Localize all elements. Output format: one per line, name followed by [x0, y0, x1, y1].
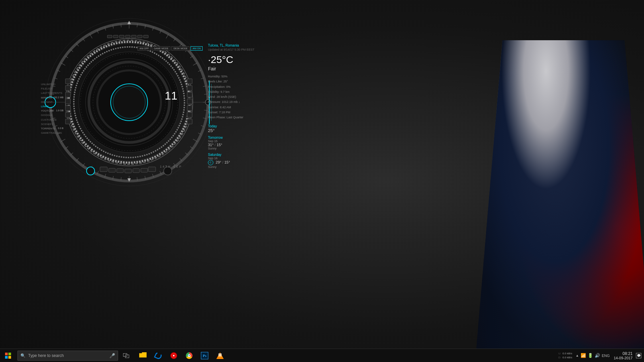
- day-after-forecast: Saturday Sep 16 C 29° / 15° Sunny: [208, 153, 275, 169]
- hud-widget: ANI OFF GAME MODE DESK MODE ANI ON 11 14…: [40, 7, 218, 198]
- weather-details: Humidity: 50% Feels Like: 25° Precipitat…: [208, 74, 275, 120]
- tray-date: 14-09-2017: [614, 356, 633, 360]
- svg-rect-100: [187, 99, 192, 104]
- network-icon[interactable]: 📶: [581, 353, 586, 358]
- weather-updated: Updated at 9/14/17 5:30 PM EEST: [208, 48, 275, 51]
- tomorrow-forecast: Tomorrow Sep 15 31° / 15° Sunny: [208, 136, 275, 150]
- chrome-taskbar-button[interactable]: [182, 349, 197, 362]
- file-explorer-icon: [139, 352, 147, 359]
- hud-date: 14TH SEP: [160, 165, 182, 168]
- svg-rect-108: [119, 35, 124, 38]
- svg-rect-103: [187, 119, 192, 124]
- language-indicator[interactable]: ENG: [602, 354, 610, 358]
- edge-taskbar-button[interactable]: [151, 349, 166, 362]
- superman-wallpaper: [476, 40, 644, 349]
- tray-clock[interactable]: 08:21 14-09-2017: [614, 351, 633, 360]
- svg-rect-90: [65, 79, 70, 84]
- desk-mode-button[interactable]: DESK MODE: [171, 46, 190, 51]
- svg-rect-107: [113, 35, 118, 38]
- ani-off-button[interactable]: ANI OFF: [138, 46, 151, 51]
- svg-rect-68: [148, 167, 156, 172]
- vlc-taskbar-button[interactable]: [213, 349, 227, 362]
- weather-condition: Fair: [208, 66, 275, 71]
- svg-point-80: [111, 84, 148, 121]
- svg-rect-94: [65, 106, 70, 111]
- svg-rect-64: [117, 169, 123, 173]
- svg-rect-101: [187, 106, 192, 111]
- svg-rect-110: [131, 35, 136, 38]
- search-box[interactable]: 🔍 Type here to search 🎤: [17, 351, 118, 361]
- taskbar: 🔍 Type here to search 🎤 Ps: [0, 349, 644, 362]
- svg-rect-98: [187, 85, 192, 90]
- svg-rect-96: [65, 119, 70, 124]
- hud-mode-buttons[interactable]: ANI OFF GAME MODE DESK MODE ANI ON: [138, 46, 203, 51]
- tray-icons: ▲ 📶 🔋 🔊 ENG: [576, 353, 610, 358]
- weather-location: Tulcea, TL, Romania: [208, 44, 275, 47]
- celsius-icon: C: [208, 160, 213, 165]
- svg-rect-109: [125, 35, 130, 38]
- svg-rect-97: [187, 79, 192, 84]
- tray-expand-icon[interactable]: ▲: [576, 354, 579, 357]
- svg-rect-63: [109, 168, 115, 172]
- hud-left-labels: UNLIMITED FILELIST LASTTORRENTS MINIOVA …: [41, 82, 63, 135]
- game-mode-button[interactable]: GAME MODE: [152, 46, 171, 51]
- search-icon: 🔍: [20, 353, 25, 358]
- photoshop-taskbar-button[interactable]: Ps: [197, 349, 212, 362]
- volume-icon[interactable]: 🔊: [595, 353, 600, 358]
- ani-on-button[interactable]: ANI ON: [191, 46, 203, 51]
- hud-clock: 11: [165, 89, 177, 102]
- svg-rect-102: [187, 112, 192, 117]
- file-explorer-taskbar-button[interactable]: [136, 349, 150, 362]
- task-view-button[interactable]: [119, 349, 133, 362]
- svg-point-86: [87, 167, 95, 175]
- svg-rect-67: [141, 168, 148, 172]
- opera-taskbar-button[interactable]: [166, 349, 181, 362]
- opera-icon: [170, 352, 177, 359]
- hud-circle: [40, 7, 218, 198]
- notification-button[interactable]: 💬: [636, 353, 641, 358]
- windows-logo-icon: [5, 353, 11, 359]
- system-tray: U: 0.0 kB/s D: 0.0 kB/s ▲ 📶 🔋 🔊 ENG 08:2…: [556, 349, 644, 362]
- svg-rect-112: [144, 35, 148, 38]
- today-forecast: Today 25°: [208, 124, 275, 133]
- cortana-microphone-icon[interactable]: 🎤: [109, 353, 115, 358]
- start-button[interactable]: [0, 349, 16, 362]
- weather-forecast: Today 25° Tomorrow Sep 15 31° / 15° Sunn…: [208, 124, 275, 169]
- weather-temperature: ·25°C: [208, 54, 275, 65]
- power-icon[interactable]: 🔋: [588, 353, 593, 358]
- vlc-icon: [216, 352, 224, 359]
- chrome-icon: [186, 352, 193, 359]
- taskbar-apps: Ps: [136, 349, 227, 362]
- edge-icon: [154, 351, 163, 360]
- svg-rect-65: [125, 169, 131, 173]
- svg-rect-93: [65, 99, 70, 104]
- tray-time: 08:21: [623, 351, 633, 356]
- svg-rect-62: [100, 167, 107, 172]
- network-stats: U: 0.0 kB/s D: 0.0 kB/s: [558, 352, 572, 360]
- search-placeholder-text: Type here to search: [28, 353, 107, 358]
- notification-icon: 💬: [637, 354, 641, 357]
- svg-rect-95: [65, 112, 70, 117]
- weather-widget: Tulcea, TL, Romania Updated at 9/14/17 5…: [208, 44, 275, 169]
- task-view-icon: [123, 353, 129, 358]
- svg-rect-99: [187, 92, 192, 97]
- svg-rect-91: [65, 85, 70, 90]
- svg-rect-111: [138, 35, 142, 38]
- photoshop-icon: Ps: [201, 352, 208, 359]
- svg-rect-66: [133, 169, 140, 173]
- svg-rect-106: [107, 35, 112, 38]
- svg-rect-92: [65, 92, 70, 97]
